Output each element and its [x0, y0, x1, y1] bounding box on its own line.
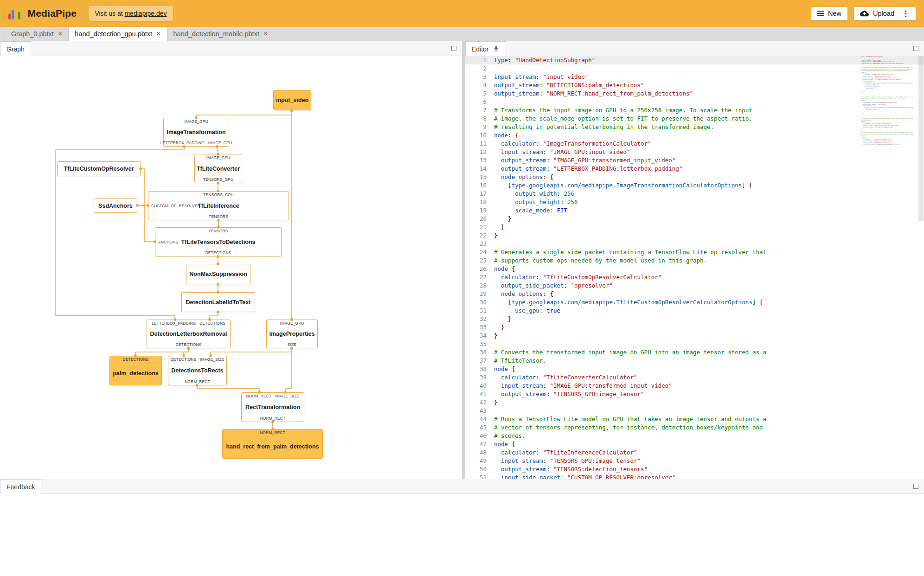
code-line[interactable]: 42} — [465, 398, 924, 407]
graph-node-input_video[interactable]: input_video — [273, 90, 311, 110]
side-port-label: ANCHORS — [158, 240, 178, 244]
graph-canvas[interactable]: input_videoIMAGE_GPUImageTransformationL… — [0, 56, 462, 479]
code-line[interactable]: 27 calculator: "TfLiteCustomOpResolverCa… — [465, 273, 924, 282]
line-number: 43 — [465, 407, 493, 415]
code-line[interactable]: 4output_stream: "DETECTIONS:palm_detecti… — [465, 81, 924, 90]
graph-node-NonMaxSuppression[interactable]: NonMaxSuppression — [186, 264, 250, 284]
file-tab-hand_detection_mobile.pbtxt[interactable]: hand_detection_mobile.pbtxt× — [167, 27, 275, 41]
new-button[interactable]: New — [811, 7, 847, 20]
code-line[interactable]: 28 output_side_packet: "opresolver" — [465, 282, 924, 290]
feedback-panel-tab[interactable]: Feedback — [0, 479, 41, 494]
graph-panel-tab[interactable]: Graph — [0, 41, 31, 56]
tab-close-icon[interactable]: × — [263, 30, 268, 38]
code-line[interactable]: 29 node_options: { — [465, 290, 924, 298]
code-line[interactable]: 47node { — [465, 440, 924, 448]
code-line[interactable]: 33 } — [465, 323, 924, 332]
code-line[interactable]: 21 } — [465, 223, 924, 231]
graph-node-RectTransformation[interactable]: NORM_RECTIMAGE_SIZERectTransformationNOR… — [241, 392, 304, 422]
graph-node-DetectionsToRects[interactable]: DETECTIONSIMAGE_SIZEDetectionsToRectsNOR… — [168, 356, 227, 385]
graph-node-ImageTransformation[interactable]: IMAGE_GPUImageTransformationLETTERBOX_PA… — [163, 118, 229, 147]
side-port-label: CUSTOM_OP_RESOLVER — [151, 204, 200, 208]
code-text: input_stream: "input_video" — [493, 73, 588, 81]
code-line[interactable]: 31 use_gpu: true — [465, 307, 924, 315]
code-line[interactable]: 3input_stream: "input_video" — [465, 73, 924, 81]
code-line[interactable]: 12 input_stream: "IMAGE_GPU:input_video" — [465, 148, 924, 156]
editor-scrollbar[interactable] — [918, 56, 924, 479]
code-line[interactable]: 30 [type.googleapis.com/mediapipe.TfLite… — [465, 298, 924, 307]
feedback-log — [0, 494, 924, 498]
code-line[interactable]: 34} — [465, 332, 924, 340]
code-line[interactable]: 48 calculator: "TfLiteInferenceCalculato… — [465, 448, 924, 457]
tab-close-icon[interactable]: × — [58, 30, 62, 38]
code-line[interactable]: 25# supports custom ops needed by the mo… — [465, 256, 924, 265]
expand-editor-panel-icon[interactable] — [913, 46, 918, 51]
cloud-upload-icon — [860, 10, 869, 17]
code-line[interactable]: 11 calculator: "ImageTransformationCalcu… — [465, 140, 924, 148]
tab-close-icon[interactable]: × — [156, 30, 160, 38]
code-line[interactable]: 44# Runs a TensorFlow Lite model on GPU … — [465, 415, 924, 423]
code-line[interactable]: 16 [type.googleapis.com/mediapipe.ImageT… — [465, 181, 924, 190]
code-line[interactable]: 36# Converts the transformed input image… — [465, 348, 924, 357]
graph-node-TfLiteTensorsToDetections[interactable]: TENSORSANCHORSTfLiteTensorsToDetectionsD… — [155, 227, 282, 256]
code-line[interactable]: 8# image, the scale_mode option is set t… — [465, 115, 924, 123]
node-name: DetectionsToRects — [171, 367, 223, 374]
code-line[interactable]: 50 output_stream: "TENSORS:detection_ten… — [465, 465, 924, 474]
expand-graph-panel-icon[interactable] — [451, 46, 456, 51]
code-line[interactable]: 5output_stream: "NORM_RECT:hand_rect_fro… — [465, 90, 924, 98]
graph-node-SsdAnchors[interactable]: SsdAnchors — [94, 198, 137, 213]
graph-node-hand_rect_from_palm_detections[interactable]: NORM_RECThand_rect_from_palm_detections — [222, 429, 323, 459]
editor-minimap[interactable]: type: "HandDetectionSubgraph" input_stre… — [861, 56, 913, 479]
code-line[interactable]: 14 output_stream: "LETTERBOX_PADDING:let… — [465, 165, 924, 173]
mediapipe-dev-link[interactable]: mediapipe.dev — [125, 10, 167, 17]
code-line[interactable]: 35 — [465, 340, 924, 348]
code-text: # resulting in potential letterboxing in… — [493, 123, 714, 131]
input-port-label: NORM_RECT — [246, 394, 272, 398]
code-line[interactable]: 20 } — [465, 215, 924, 223]
code-line[interactable]: 2 — [465, 64, 924, 73]
graph-node-DetectionLabelIdToText[interactable]: DetectionLabelIdToText — [181, 292, 255, 312]
output-port-label: NORM_RECT — [260, 416, 286, 421]
code-line[interactable]: 17 output_width: 256 — [465, 190, 924, 198]
code-line[interactable]: 38node { — [465, 365, 924, 373]
code-line[interactable]: 39 calculator: "TfLiteConverterCalculato… — [465, 373, 924, 382]
code-line[interactable]: 26node { — [465, 265, 924, 273]
code-line[interactable]: 18 output_height: 256 — [465, 198, 924, 206]
code-line[interactable]: 40 input_stream: "IMAGE_GPU:transformed_… — [465, 382, 924, 390]
graph-node-DetectionLetterboxRemoval[interactable]: LETTERBOX_PADDINGDETECTIONSDetectionLett… — [147, 320, 231, 348]
code-line[interactable]: 23 — [465, 240, 924, 248]
code-line[interactable]: 7# Transforms the input image on GPU to … — [465, 106, 924, 115]
code-line[interactable]: 6 — [465, 98, 924, 106]
code-line[interactable]: 46# scores. — [465, 432, 924, 440]
code-line[interactable]: 15 node_options: { — [465, 173, 924, 181]
file-tab-hand_detection_gpu.pbtxt[interactable]: hand_detection_gpu.pbtxt× — [69, 27, 167, 41]
scrollbar-thumb[interactable] — [918, 56, 924, 221]
graph-node-palm_detections[interactable]: DETECTIONSpalm_detections — [109, 356, 162, 385]
code-line[interactable]: 9# resulting in potential letterboxing i… — [465, 123, 924, 131]
more-options-icon[interactable]: ⋮ — [898, 10, 910, 18]
graph-node-TfLiteInference[interactable]: TENSORS_GPUCUSTOM_OP_RESOLVERTfLiteInfer… — [148, 191, 289, 220]
code-line[interactable]: 1type: "HandDetectionSubgraph" — [465, 56, 924, 64]
editor-panel-tab[interactable]: Editor — [465, 41, 506, 56]
file-tab-Graph_0.pbtxt[interactable]: Graph_0.pbtxt× — [5, 27, 69, 41]
code-line[interactable]: 22} — [465, 231, 924, 240]
code-line[interactable]: 45# vector of tensors representing, for … — [465, 423, 924, 432]
graph-node-TfLiteCustomOpResolver[interactable]: TfLiteCustomOpResolver — [57, 161, 141, 176]
download-graph-icon[interactable] — [493, 45, 500, 52]
line-number: 31 — [465, 307, 493, 315]
code-line[interactable]: 13 output_stream: "IMAGE_GPU:transformed… — [465, 156, 924, 165]
code-editor[interactable]: 1type: "HandDetectionSubgraph"2 3input_s… — [465, 56, 924, 479]
graph-node-TfLiteConverter[interactable]: IMAGE_GPUTfLiteConverterTENSORS_GPU — [194, 154, 242, 183]
code-line[interactable]: 37# TfLiteTensor. — [465, 357, 924, 365]
code-line[interactable]: 19 scale_mode: FIT — [465, 206, 924, 215]
code-line[interactable]: 32 } — [465, 315, 924, 323]
upload-button[interactable]: Upload ⋮ — [854, 7, 916, 20]
code-line[interactable]: 43 — [465, 407, 924, 415]
expand-feedback-panel-icon[interactable] — [913, 484, 918, 489]
code-line[interactable]: 24# Generates a single side packet conta… — [465, 248, 924, 256]
code-line[interactable]: 41 output_stream: "TENSORS_GPU:image_ten… — [465, 390, 924, 398]
code-line[interactable]: 51 input_side_packet: "CUSTOM_OP_RESOLVE… — [465, 474, 924, 479]
graph-node-ImageProperties[interactable]: IMAGE_GPUImagePropertiesSIZE — [266, 320, 318, 348]
code-text: [type.googleapis.com/mediapipe.ImageTran… — [493, 181, 752, 190]
code-line[interactable]: 10node: { — [465, 131, 924, 140]
code-line[interactable]: 49 input_stream: "TENSORS_GPU:image_tens… — [465, 457, 924, 465]
